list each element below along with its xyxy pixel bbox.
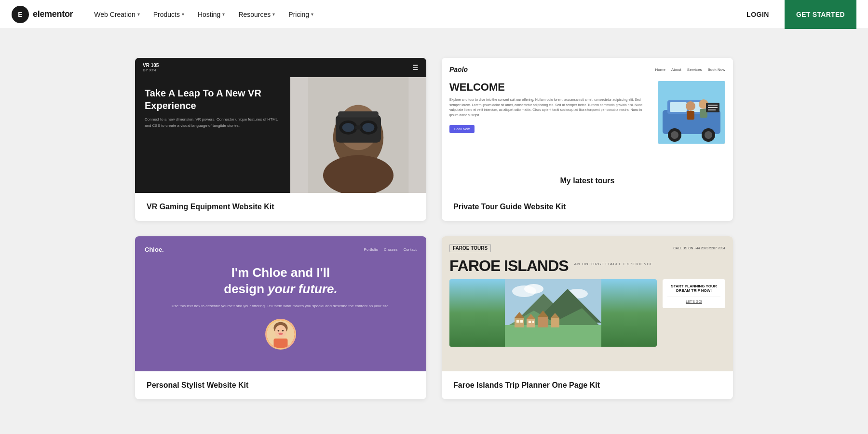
- faroe-topbar: FAROE TOURS CALL US ON +44 2073 5207 789…: [449, 244, 725, 252]
- faroe-phone: CALL US ON +44 2073 5207 7894: [673, 246, 725, 250]
- nav-item-hosting[interactable]: Hosting ▾: [192, 7, 231, 22]
- svg-rect-15: [670, 102, 687, 112]
- card-private-tour[interactable]: Paolo Home About Services Book Now WELCO…: [442, 58, 733, 221]
- nav-item-pricing[interactable]: Pricing ▾: [283, 7, 319, 22]
- tour-brand: Paolo: [449, 66, 468, 73]
- card-title-faroe: Faroe Islands Trip Planner One Page Kit: [442, 371, 733, 399]
- card-title-tour: Private Tour Guide Website Kit: [442, 193, 733, 221]
- chloe-avatar: [265, 319, 296, 350]
- tour-hero: WELCOME Explore and tour to dive into th…: [449, 81, 725, 169]
- nav-label-web-creation: Web Creation: [94, 11, 135, 18]
- chloe-avatar-illustration: [267, 319, 295, 350]
- card-preview-chloe: Chloe. Portfolio Classes Contact I'm Chl…: [135, 236, 426, 371]
- main-content: VR 105 BY XT4 ☰ Take A Leap To A New VR …: [96, 29, 772, 428]
- svg-rect-5: [338, 111, 378, 118]
- faroe-content: START PLANNING YOUR DREAM TRIP NOW! LET'…: [449, 279, 725, 347]
- tour-illustration: [658, 81, 725, 144]
- tour-nav-book: Book Now: [708, 68, 725, 72]
- vr-image-col: [290, 77, 426, 193]
- tour-nav-services: Services: [687, 68, 702, 72]
- card-vr-gaming[interactable]: VR 105 BY XT4 ☰ Take A Leap To A New VR …: [135, 58, 426, 221]
- faroe-cta-title: START PLANNING YOUR DREAM TRIP NOW!: [667, 284, 720, 293]
- vr-top-bar: VR 105 BY XT4 ☰: [135, 58, 426, 77]
- tour-nav-home: Home: [655, 68, 665, 72]
- nav-label-pricing: Pricing: [288, 11, 309, 18]
- chevron-down-icon: ▾: [182, 12, 184, 17]
- svg-point-9: [362, 123, 374, 132]
- navbar: E elementor Web Creation ▾ Products ▾ Ho…: [0, 0, 868, 29]
- svg-rect-10: [355, 125, 362, 129]
- chevron-down-icon: ▾: [222, 12, 225, 17]
- vr-body-text: Connect to a new dimension. VR powers. C…: [145, 117, 281, 129]
- svg-point-34: [278, 332, 283, 335]
- faroe-sidebar: START PLANNING YOUR DREAM TRIP NOW! LET'…: [663, 279, 725, 347]
- svg-rect-56: [532, 321, 534, 323]
- card-preview-vr: VR 105 BY XT4 ☰ Take A Leap To A New VR …: [135, 58, 426, 193]
- tour-hero-image: [658, 81, 725, 144]
- card-personal-stylist[interactable]: Chloe. Portfolio Classes Contact I'm Chl…: [135, 236, 426, 399]
- svg-point-8: [342, 123, 354, 132]
- logo[interactable]: E elementor: [12, 6, 73, 23]
- faroe-headline-row: FAROE ISLANDS AN UNFORGETTABLE EXPERIENC…: [449, 258, 725, 273]
- svg-rect-49: [538, 317, 548, 327]
- tour-nav-about: About: [671, 68, 681, 72]
- get-started-button[interactable]: GET STARTED: [785, 0, 856, 29]
- nav-links: Web Creation ▾ Products ▾ Hosting ▾ Reso…: [88, 7, 739, 22]
- nav-right: LOGIN GET STARTED: [739, 0, 856, 29]
- svg-rect-22: [687, 111, 694, 120]
- chloe-nav-contact: Contact: [403, 247, 417, 252]
- card-preview-tour: Paolo Home About Services Book Now WELCO…: [442, 58, 733, 193]
- tour-section-title: My latest tours: [449, 176, 725, 185]
- faroe-brand: FAROE TOURS: [449, 244, 491, 252]
- nav-item-web-creation[interactable]: Web Creation ▾: [88, 7, 145, 22]
- chloe-nav-classes: Classes: [384, 247, 397, 252]
- svg-rect-44: [505, 325, 601, 347]
- chloe-topbar: Chloe. Portfolio Classes Contact: [145, 246, 417, 253]
- nav-label-resources: Resources: [238, 11, 271, 18]
- svg-rect-51: [551, 318, 559, 327]
- svg-point-38: [524, 284, 543, 294]
- card-title-vr: VR Gaming Equipment Website Kit: [135, 193, 426, 221]
- faroe-image: [449, 279, 657, 347]
- svg-point-18: [671, 131, 678, 139]
- faroe-headline: FAROE ISLANDS: [449, 258, 569, 273]
- vr-hero: Take A Leap To A New VR Experience Conne…: [135, 77, 426, 193]
- nav-label-products: Products: [153, 11, 180, 18]
- chevron-down-icon: ▾: [311, 12, 313, 17]
- svg-rect-53: [516, 320, 519, 323]
- svg-rect-54: [520, 320, 523, 323]
- card-title-stylist: Personal Stylist Website Kit: [135, 371, 426, 399]
- logo-icon: E: [12, 6, 29, 23]
- vr-menu-icon: ☰: [412, 64, 419, 71]
- logo-text: elementor: [33, 9, 73, 19]
- svg-rect-55: [529, 321, 531, 323]
- tour-welcome: WELCOME: [449, 81, 650, 94]
- svg-point-21: [686, 101, 695, 111]
- tour-navbar: Paolo Home About Services Book Now: [449, 66, 725, 73]
- tour-nav-links: Home About Services Book Now: [655, 68, 725, 72]
- login-button[interactable]: LOGIN: [739, 7, 777, 22]
- tour-book-button: Book Now: [449, 125, 475, 133]
- logo-letter: E: [18, 11, 22, 18]
- faroe-subheading-block: AN UNFORGETTABLE EXPERIENCE: [574, 258, 653, 266]
- nav-item-resources[interactable]: Resources ▾: [232, 7, 281, 22]
- faroe-cta-box: START PLANNING YOUR DREAM TRIP NOW! LET'…: [663, 279, 725, 308]
- chloe-headline: I'm Chloe and I'lldesign your future.: [224, 265, 337, 298]
- chloe-nav: Portfolio Classes Contact: [364, 247, 417, 252]
- vr-logo-text: VR 105: [143, 63, 159, 68]
- faroe-sub: AN UNFORGETTABLE EXPERIENCE: [574, 262, 653, 266]
- svg-point-33: [282, 330, 284, 332]
- chloe-brand: Chloe.: [145, 246, 164, 253]
- nav-item-products[interactable]: Products ▾: [148, 7, 190, 22]
- vr-logo: VR 105 BY XT4: [143, 63, 159, 72]
- tour-desc: Explore and tour to dive into the concer…: [449, 97, 650, 118]
- faroe-divider: [667, 297, 720, 297]
- chevron-down-icon: ▾: [137, 12, 140, 17]
- tour-hero-text: WELCOME Explore and tour to dive into th…: [449, 81, 650, 169]
- vr-headline: Take A Leap To A New VR Experience: [145, 87, 281, 112]
- chevron-down-icon: ▾: [272, 12, 275, 17]
- vr-text-col: Take A Leap To A New VR Experience Conne…: [135, 77, 290, 193]
- card-faroe-islands[interactable]: FAROE TOURS CALL US ON +44 2073 5207 789…: [442, 236, 733, 399]
- chloe-nav-portfolio: Portfolio: [364, 247, 378, 252]
- card-preview-faroe: FAROE TOURS CALL US ON +44 2073 5207 789…: [442, 236, 733, 371]
